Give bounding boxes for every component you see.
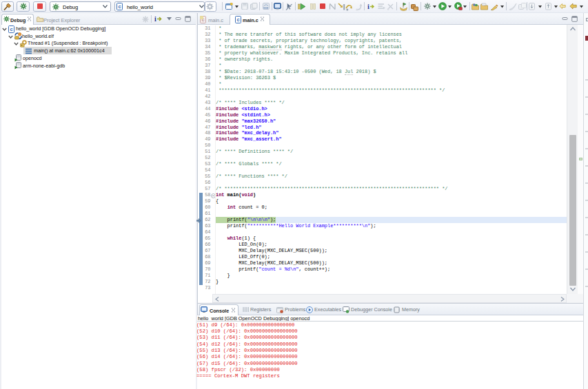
- svg-text:c: c: [10, 26, 12, 32]
- svg-text:i: i: [367, 3, 369, 10]
- svg-text:c: c: [236, 17, 239, 23]
- svg-text:i: i: [154, 15, 156, 23]
- svg-text:c: c: [118, 3, 121, 10]
